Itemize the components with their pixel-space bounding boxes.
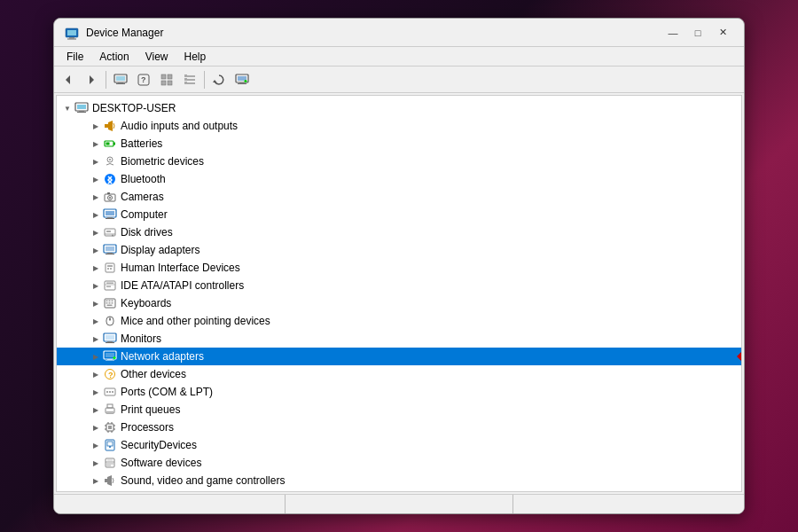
tree-item-cameras[interactable]: ▶ Cameras [57,188,741,206]
svg-rect-43 [107,192,110,194]
print-expand: ▶ [89,403,103,417]
tree-item-processors[interactable]: ▶ Processors [57,419,741,436]
monitor-btn[interactable] [231,69,253,90]
svg-point-38 [109,159,111,160]
sound-label: Sound, video and game controllers [121,474,285,487]
svg-text:?: ? [108,371,113,379]
root-label: DESKTOP-USER [92,102,176,114]
tree-item-audio[interactable]: ▶ Audio inputs and outputs [57,117,741,135]
minimize-button[interactable]: — [662,24,684,42]
svg-rect-32 [105,124,108,128]
svg-rect-97 [108,426,112,429]
menu-file[interactable]: File [59,49,90,65]
toolbar-sep-2 [204,71,205,89]
tree-item-bluetooth[interactable]: ▶ Bluetooth [57,170,741,188]
maximize-button[interactable]: □ [687,24,708,42]
menu-bar: File Action View Help [54,47,744,66]
svg-rect-63 [106,286,111,288]
menu-action[interactable]: Action [92,49,136,65]
details-view-btn[interactable] [179,69,200,90]
tree-item-sound[interactable]: ▶ Sound, video and game controllers [57,472,741,489]
tree-item-security[interactable]: ▶ SecurityDevices [57,436,741,454]
ports-icon [103,385,117,399]
svg-rect-55 [106,254,114,254]
help-icon-btn[interactable]: ? [133,69,154,90]
forward-button[interactable] [81,69,102,90]
tree-item-ports[interactable]: ▶ Ports (COM & LPT) [57,383,741,401]
svg-rect-95 [106,413,113,414]
svg-rect-13 [168,74,172,79]
tree-item-print[interactable]: ▶ Print queues [57,401,741,419]
list-view-btn[interactable] [156,69,177,90]
svg-rect-31 [77,112,86,113]
menu-help[interactable]: Help [177,49,214,65]
svg-rect-113 [106,466,111,466]
svg-rect-20 [184,78,187,81]
svg-rect-77 [107,341,113,342]
hid-icon [103,261,117,275]
tree-item-mice[interactable]: ▶ Mice and other pointing devices [57,312,741,330]
tree-item-hid[interactable]: ▶ Human Interface Devices [57,259,741,277]
svg-rect-12 [161,74,166,79]
svg-rect-25 [239,82,245,83]
svg-marker-115 [107,475,112,486]
app-icon [65,26,79,40]
svg-rect-81 [107,359,113,360]
svg-point-90 [109,391,111,393]
tree-view[interactable]: ▼ DESKTOP-USER ▶ [56,95,742,492]
tree-item-biometric[interactable]: ▶ Biometric devices [57,153,741,170]
tree-item-other[interactable]: ▶ ? Other devices [57,365,741,383]
svg-rect-46 [107,217,113,218]
tree-item-storage[interactable]: ▶ Storage controllers [57,489,741,492]
svg-marker-85 [737,352,741,361]
tree-item-network[interactable]: ▶ Network adapters [57,348,741,365]
cameras-label: Cameras [121,191,164,203]
status-section-1 [58,495,286,513]
tree-item-monitors[interactable]: ▶ Monitors [57,330,741,348]
hid-label: Human Interface Devices [121,262,240,274]
tree-item-display[interactable]: ▶ Display adapters [57,241,741,259]
svg-rect-26 [238,83,246,84]
display-label: Display adapters [121,244,200,256]
svg-point-50 [112,235,113,237]
ports-expand: ▶ [89,385,103,399]
svg-point-74 [109,318,111,320]
tree-item-ide[interactable]: ▶ IDE ATA/ATAPI controllers [57,277,741,294]
computer-icon-btn[interactable] [110,69,131,90]
tree-item-software[interactable]: ▶ Software devices [57,454,741,472]
svg-rect-82 [106,360,114,361]
security-icon [103,438,117,452]
keyboards-icon [103,296,117,310]
back-button[interactable] [58,69,79,90]
computer-icon [103,207,117,222]
svg-text:?: ? [141,75,146,84]
software-icon [103,456,117,470]
toolbar: ? [54,66,744,93]
tree-item-disk[interactable]: ▶ Disk drives [57,223,741,241]
svg-rect-7 [116,76,125,81]
tree-item-batteries[interactable]: ▶ Batteries [57,135,741,153]
security-expand: ▶ [89,438,103,452]
refresh-btn[interactable] [208,69,230,90]
svg-rect-67 [112,301,113,302]
toolbar-sep-1 [106,71,106,89]
close-button[interactable]: ✕ [712,24,733,42]
tree-root[interactable]: ▼ DESKTOP-USER [57,99,741,117]
display-expand: ▶ [89,243,103,257]
tree-item-computer[interactable]: ▶ Computer [57,206,741,223]
sound-expand: ▶ [89,473,103,488]
svg-rect-1 [67,30,76,35]
bluetooth-label: Bluetooth [121,173,166,185]
svg-rect-93 [107,404,113,408]
menu-view[interactable]: View [138,49,176,65]
network-label: Network adapters [121,350,204,363]
svg-rect-112 [106,464,113,465]
tree-item-keyboards[interactable]: ▶ Keyboards [57,294,741,312]
svg-rect-51 [106,231,111,232]
root-expand-arrow: ▼ [60,101,74,115]
status-bar [54,494,744,513]
svg-point-108 [109,446,111,448]
processors-expand: ▶ [89,420,103,434]
biometric-expand: ▶ [89,154,103,168]
mice-label: Mice and other pointing devices [121,315,270,327]
